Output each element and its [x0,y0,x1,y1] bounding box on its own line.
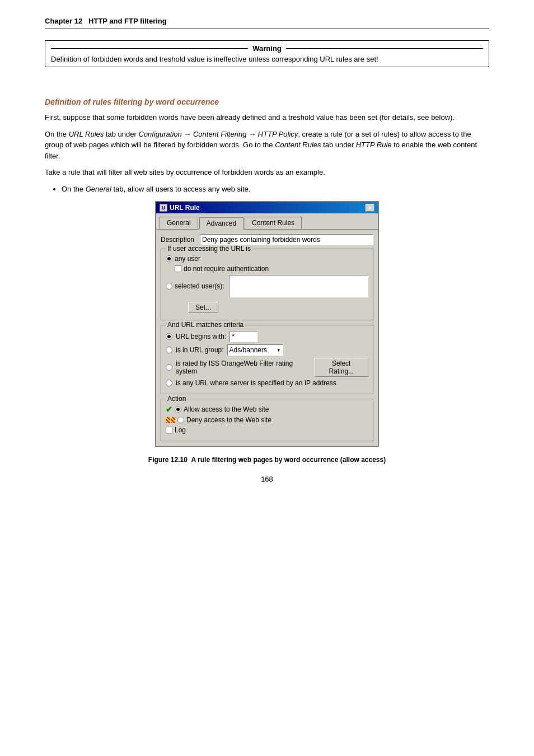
url-group-select[interactable]: Ads/banners ▼ [227,344,283,356]
select-rating-button[interactable]: Select Rating... [315,358,368,377]
chapter-number: 12 [74,17,82,25]
para3: Take a rule that will filter all web sit… [45,167,489,178]
any-url-ip-row: is any URL where server is specified by … [166,379,368,387]
any-url-ip-label: is any URL where server is specified by … [176,379,336,387]
warning-title: Warning [51,44,483,53]
figure-label: Figure 12.10 [148,456,188,464]
dialog-body: Description If user accessing the URL is… [156,230,378,446]
dialog-app-icon: U [160,204,167,212]
chapter-title: HTTP and FTP filtering [88,17,167,25]
selected-users-label: selected user(s): [175,282,224,290]
url-group-value: Ads/banners [229,346,267,354]
set-button[interactable]: Set... [188,302,218,313]
titlebar-left: U URL Rule [160,204,200,212]
radio-selected-users-row: selected user(s): [166,275,368,297]
radio-allow-access[interactable] [175,406,181,413]
dialog-titlebar: U URL Rule × [156,202,378,213]
para2: On the URL Rules tab under Configuration… [45,129,489,162]
figure-caption: Figure 12.10 A rule filtering web pages … [45,456,489,464]
action-group: Action ✔ Allow access to the Web site [161,399,373,441]
radio-any-user-row: any user [166,255,368,263]
checkbox-no-auth[interactable] [175,265,181,272]
description-label: Description [161,236,200,244]
url-criteria-group: And URL matches criteria URL begins with… [161,325,373,394]
description-row: Description [161,234,373,245]
radio-in-url-group[interactable] [166,347,172,353]
action-title: Action [166,395,188,403]
any-user-label: any user [175,255,200,263]
bullet-item-1: On the General tab, allow all users to a… [62,184,489,195]
dialog-tabs: General Advanced Content Rules [156,213,378,230]
url-access-group: If user accessing the URL is any user do… [161,249,373,320]
tab-advanced[interactable]: Advanced [199,217,243,230]
radio-deny-access[interactable] [177,417,184,423]
url-begins-label: URL begins with: [176,333,226,340]
deny-access-label: Deny access to the Web site [186,416,271,424]
deny-access-row: Deny access to the Web site [166,416,368,424]
url-begins-input[interactable] [229,331,257,342]
tab-content-rules[interactable]: Content Rules [245,217,302,229]
radio-any-url-ip[interactable] [166,380,172,386]
page: Chapter 12 HTTP and FTP filtering Warnin… [0,0,534,500]
allow-access-row: ✔ Allow access to the Web site [166,405,368,414]
url-rule-dialog: U URL Rule × General Advanced Content Ru… [155,201,379,447]
deny-icon [166,417,175,423]
deny-block-1 [166,417,170,423]
in-url-group-label: is in URL group: [176,346,224,354]
bullet-list: On the General tab, allow all users to a… [62,184,489,195]
dialog-title: URL Rule [170,204,200,212]
combo-arrow-icon: ▼ [277,348,281,353]
radio-any-user[interactable] [166,255,172,262]
url-access-group-title: If user accessing the URL is [166,245,252,253]
tab-general[interactable]: General [160,217,198,229]
checkbox-no-auth-row: do not require authentication [175,265,368,273]
log-label: Log [175,426,186,434]
description-input[interactable] [200,234,373,245]
radio-selected-users[interactable] [166,283,172,290]
rated-by-row: is rated by ISS OrangeWeb Filter rating … [166,358,368,377]
url-begins-row: URL begins with: [166,331,368,342]
warning-box: Warning Definition of forbidden words an… [45,40,489,67]
dialog-close-button[interactable]: × [366,204,374,212]
url-criteria-title: And URL matches criteria [166,321,245,329]
chapter-label: Chapter [45,17,72,25]
figure-text: A rule filtering web pages by word occur… [191,456,386,464]
set-button-row: Set... [177,300,368,315]
no-auth-label: do not require authentication [184,265,269,273]
radio-url-begins[interactable] [166,333,172,340]
radio-rated-by[interactable] [166,364,172,371]
deny-block-2 [171,417,175,423]
url-group-row: is in URL group: Ads/banners ▼ [166,344,368,356]
checkmark-icon: ✔ [166,405,172,414]
section-title: Definition of rules filtering by word oc… [45,97,489,106]
para1: First, suppose that some forbidden words… [45,112,489,123]
rated-by-label: is rated by ISS OrangeWeb Filter rating … [176,360,311,375]
log-row: Log [166,426,368,434]
warning-text: Definition of forbidden words and tresho… [51,55,483,63]
chapter-header: Chapter 12 HTTP and FTP filtering [45,17,489,29]
warning-label: Warning [252,44,282,53]
dialog-wrapper: U URL Rule × General Advanced Content Ru… [45,201,489,447]
page-number: 168 [45,475,489,483]
allow-access-label: Allow access to the Web site [184,405,269,413]
checkbox-log[interactable] [166,427,172,433]
